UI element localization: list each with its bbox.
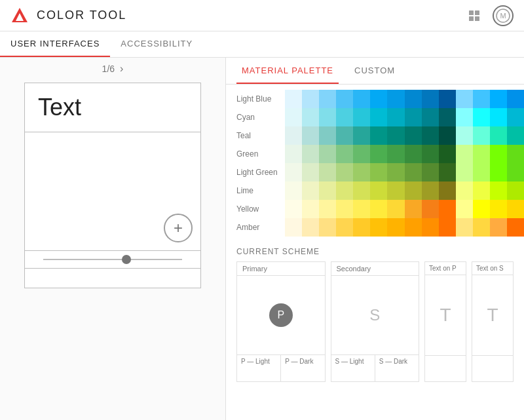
color-cell-1-2[interactable] — [319, 108, 336, 126]
secondary-light[interactable]: S — Light — [331, 355, 375, 381]
color-cell-1-3[interactable] — [336, 108, 353, 126]
primary-dark[interactable]: P — Dark — [281, 355, 324, 381]
color-cell-1-9[interactable] — [439, 108, 456, 126]
color-cell-4-0[interactable] — [285, 163, 302, 181]
color-cell-7-11[interactable] — [473, 218, 490, 237]
color-cell-5-6[interactable] — [387, 181, 404, 200]
color-cell-3-12[interactable] — [490, 145, 507, 163]
color-cell-3-8[interactable] — [422, 145, 439, 163]
color-cell-4-2[interactable] — [319, 163, 336, 181]
color-cell-5-11[interactable] — [473, 181, 490, 200]
color-cell-2-2[interactable] — [319, 126, 336, 145]
pagination-next[interactable]: › — [120, 63, 123, 75]
color-cell-3-6[interactable] — [387, 145, 404, 163]
color-cell-4-3[interactable] — [336, 163, 353, 181]
color-cell-1-10[interactable] — [456, 108, 473, 126]
color-cell-3-10[interactable] — [456, 145, 473, 163]
color-cell-2-9[interactable] — [439, 126, 456, 145]
user-avatar[interactable]: M — [493, 5, 514, 26]
color-cell-0-1[interactable] — [302, 90, 319, 108]
color-cell-1-5[interactable] — [370, 108, 387, 126]
color-cell-7-8[interactable] — [422, 218, 439, 237]
color-cell-4-6[interactable] — [387, 163, 404, 181]
color-cell-4-8[interactable] — [422, 163, 439, 181]
color-cell-3-11[interactable] — [473, 145, 490, 163]
color-cell-0-0[interactable] — [285, 90, 302, 108]
color-cell-4-10[interactable] — [456, 163, 473, 181]
color-cell-7-13[interactable] — [507, 218, 524, 237]
color-cell-3-2[interactable] — [319, 145, 336, 163]
color-cell-7-1[interactable] — [302, 218, 319, 237]
color-cell-0-6[interactable] — [387, 90, 404, 108]
color-cell-2-8[interactable] — [422, 126, 439, 145]
color-cell-7-6[interactable] — [387, 218, 404, 237]
color-cell-6-8[interactable] — [422, 200, 439, 218]
color-cell-6-2[interactable] — [319, 200, 336, 218]
color-cell-5-8[interactable] — [422, 181, 439, 200]
color-cell-7-0[interactable] — [285, 218, 302, 237]
color-cell-7-5[interactable] — [370, 218, 387, 237]
color-cell-2-13[interactable] — [507, 126, 524, 145]
color-cell-5-10[interactable] — [456, 181, 473, 200]
color-cell-6-4[interactable] — [353, 200, 370, 218]
color-cell-3-7[interactable] — [405, 145, 422, 163]
color-cell-0-11[interactable] — [473, 90, 490, 108]
color-cell-7-2[interactable] — [319, 218, 336, 237]
color-cell-6-11[interactable] — [473, 200, 490, 218]
color-cell-4-9[interactable] — [439, 163, 456, 181]
color-cell-3-3[interactable] — [336, 145, 353, 163]
color-cell-5-0[interactable] — [285, 181, 302, 200]
secondary-swatch-main[interactable]: S — [331, 276, 419, 354]
color-cell-6-3[interactable] — [336, 200, 353, 218]
color-cell-2-6[interactable] — [387, 126, 404, 145]
add-button[interactable]: + — [164, 214, 193, 242]
color-cell-2-1[interactable] — [302, 126, 319, 145]
color-cell-4-4[interactable] — [353, 163, 370, 181]
color-cell-6-6[interactable] — [387, 200, 404, 218]
color-cell-2-0[interactable] — [285, 126, 302, 145]
tab-material-palette[interactable]: MATERIAL PALETTE — [236, 58, 339, 84]
color-cell-7-12[interactable] — [490, 218, 507, 237]
color-cell-4-13[interactable] — [507, 163, 524, 181]
color-cell-7-3[interactable] — [336, 218, 353, 237]
color-cell-7-7[interactable] — [405, 218, 422, 237]
primary-swatch-main[interactable]: P — [237, 276, 325, 354]
color-cell-5-3[interactable] — [336, 181, 353, 200]
color-cell-5-12[interactable] — [490, 181, 507, 200]
color-cell-5-1[interactable] — [302, 181, 319, 200]
color-cell-1-8[interactable] — [422, 108, 439, 126]
color-cell-2-5[interactable] — [370, 126, 387, 145]
grid-icon[interactable] — [464, 5, 485, 26]
color-cell-0-13[interactable] — [507, 90, 524, 108]
color-cell-0-5[interactable] — [370, 90, 387, 108]
color-cell-4-5[interactable] — [370, 163, 387, 181]
color-cell-4-7[interactable] — [405, 163, 422, 181]
color-cell-7-10[interactable] — [456, 218, 473, 237]
color-cell-7-9[interactable] — [439, 218, 456, 237]
color-cell-5-5[interactable] — [370, 181, 387, 200]
color-cell-1-13[interactable] — [507, 108, 524, 126]
color-cell-2-10[interactable] — [456, 126, 473, 145]
color-cell-5-2[interactable] — [319, 181, 336, 200]
color-cell-6-12[interactable] — [490, 200, 507, 218]
color-cell-2-3[interactable] — [336, 126, 353, 145]
color-cell-4-12[interactable] — [490, 163, 507, 181]
color-cell-1-1[interactable] — [302, 108, 319, 126]
primary-light[interactable]: P — Light — [237, 355, 281, 381]
color-cell-0-4[interactable] — [353, 90, 370, 108]
color-cell-1-4[interactable] — [353, 108, 370, 126]
color-cell-4-11[interactable] — [473, 163, 490, 181]
color-cell-2-4[interactable] — [353, 126, 370, 145]
tab-custom[interactable]: CUSTOM — [349, 58, 400, 84]
color-cell-5-4[interactable] — [353, 181, 370, 200]
color-cell-6-7[interactable] — [405, 200, 422, 218]
color-cell-7-4[interactable] — [353, 218, 370, 237]
color-cell-3-4[interactable] — [353, 145, 370, 163]
color-cell-2-11[interactable] — [473, 126, 490, 145]
tab-accessibility[interactable]: ACCESSIBILITY — [110, 31, 203, 57]
color-cell-2-12[interactable] — [490, 126, 507, 145]
color-cell-6-13[interactable] — [507, 200, 524, 218]
color-cell-5-13[interactable] — [507, 181, 524, 200]
color-cell-4-1[interactable] — [302, 163, 319, 181]
color-cell-3-5[interactable] — [370, 145, 387, 163]
